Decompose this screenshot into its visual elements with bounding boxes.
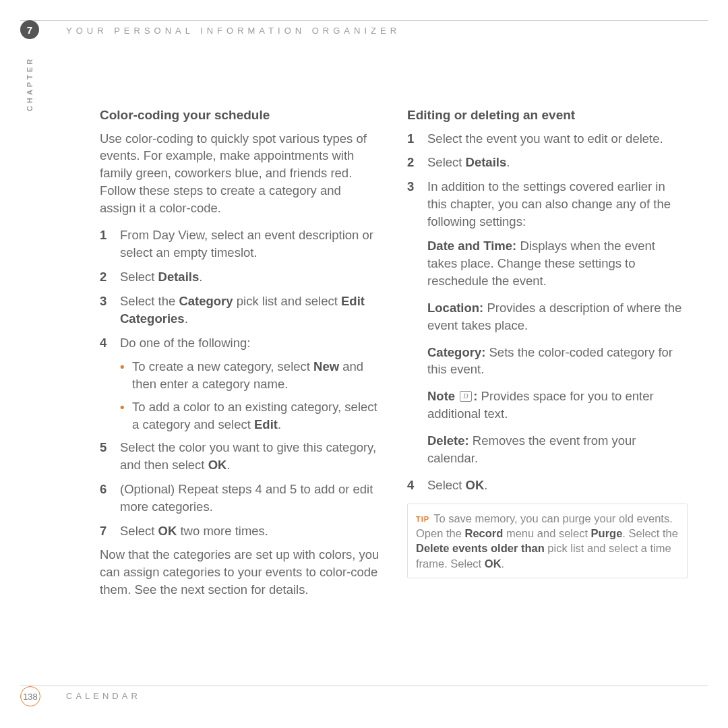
bold-text: OK — [208, 458, 227, 472]
page-body: Color-coding your schedule Use color-cod… — [100, 107, 688, 608]
bullet-icon: • — [120, 398, 132, 433]
list-item: 2 Select Details. — [407, 154, 688, 171]
step-number: 7 — [100, 522, 120, 540]
bullet-text: To create a new category, select New and… — [132, 358, 380, 393]
setting-label: Delete: — [427, 433, 469, 448]
step-text: (Optional) Repeat steps 4 and 5 to add o… — [120, 481, 380, 516]
setting-delete: Delete: Removes the event from your cale… — [427, 432, 688, 467]
top-rule — [20, 20, 708, 21]
right-heading: Editing or deleting an event — [407, 107, 688, 125]
step-number: 3 — [407, 178, 427, 231]
list-item: 5 Select the color you want to give this… — [100, 439, 380, 474]
bullet-text: To add a color to an existing category, … — [132, 398, 380, 433]
list-item: 7 Select OK two more times. — [100, 522, 380, 540]
text: To create a new category, select — [132, 359, 313, 373]
step-number: 5 — [100, 439, 120, 474]
page-number: 138 — [20, 686, 40, 706]
text: . — [506, 155, 510, 169]
text: . — [278, 417, 281, 431]
setting-label: Location: — [427, 301, 483, 315]
list-item: • To create a new category, select New a… — [120, 358, 380, 393]
step-number: 1 — [100, 226, 120, 262]
text: Select the — [120, 294, 179, 308]
text: . — [226, 458, 230, 472]
list-item: • To add a color to an existing category… — [120, 398, 380, 433]
bold-text: OK — [485, 557, 502, 570]
setting-date-time: Date and Time: Displays when the event t… — [427, 237, 688, 290]
tip-box: TIPTo save memory, you can purge your ol… — [407, 504, 688, 578]
bold-text: Edit — [254, 417, 278, 431]
bold-text: OK — [158, 524, 177, 538]
left-outro: Now that the categories are set up with … — [100, 546, 380, 599]
tip-text: menu and select — [503, 527, 590, 539]
setting-label: Category: — [427, 345, 485, 359]
list-item: 3 Select the Category pick list and sele… — [100, 293, 380, 328]
step-number: 6 — [100, 481, 120, 516]
step-text: Select the Category pick list and select… — [120, 293, 380, 328]
step-text: Do one of the following: — [120, 334, 380, 352]
text: . — [484, 478, 487, 492]
step-number: 4 — [407, 477, 427, 494]
list-item: 4 Do one of the following: — [100, 334, 380, 352]
footer-section-label: CALENDAR — [66, 691, 141, 701]
bold-text: New — [313, 359, 339, 373]
left-steps: 1 From Day View, select an event descrip… — [100, 226, 380, 351]
setting-location: Location: Provides a description of wher… — [427, 299, 688, 334]
bold-text: OK — [466, 478, 485, 492]
step-number: 2 — [100, 268, 120, 286]
list-item: 1 Select the event you want to edit or d… — [407, 130, 688, 148]
step-text: Select OK. — [427, 477, 688, 494]
text: Select — [120, 524, 158, 538]
left-column: Color-coding your schedule Use color-cod… — [100, 107, 380, 608]
bold-text: Delete events older than — [416, 542, 545, 554]
step-number: 4 — [100, 334, 120, 352]
bold-text: Record — [464, 527, 503, 539]
list-item: 2 Select Details. — [100, 268, 380, 286]
text: Select — [120, 270, 158, 284]
chapter-number-badge: 7 — [20, 20, 39, 39]
step-number: 1 — [407, 130, 427, 148]
bullet-icon: • — [120, 358, 132, 393]
step-number: 3 — [100, 293, 120, 328]
text: Select — [427, 155, 466, 169]
step-text: From Day View, select an event descripti… — [120, 226, 380, 262]
left-intro: Use color-coding to quickly spot various… — [100, 130, 380, 217]
left-bullets: • To create a new category, select New a… — [120, 358, 380, 433]
right-column: Editing or deleting an event 1 Select th… — [407, 107, 688, 608]
bold-text: Purge — [591, 527, 623, 539]
list-item: 1 From Day View, select an event descrip… — [100, 226, 380, 262]
bold-text: Details — [466, 155, 507, 169]
note-icon — [460, 391, 472, 402]
text: pick list and select — [233, 294, 341, 308]
chapter-title: YOUR PERSONAL INFORMATION ORGANIZER — [66, 26, 400, 36]
list-item: 4 Select OK. — [407, 477, 688, 494]
bold-text: Category — [179, 294, 233, 308]
text: Select the color you want to give this c… — [120, 440, 376, 472]
setting-note: Note : Provides space for you to enter a… — [427, 388, 688, 423]
left-heading: Color-coding your schedule — [100, 107, 380, 125]
step-text: Select the color you want to give this c… — [120, 439, 380, 474]
setting-category: Category: Sets the color-coded category … — [427, 344, 688, 379]
step-text: Select OK two more times. — [120, 522, 380, 540]
chapter-side-label: CHAPTER — [26, 57, 34, 111]
bold-text: Details — [158, 270, 200, 284]
list-item: 6 (Optional) Repeat steps 4 and 5 to add… — [100, 481, 380, 516]
text: two more times. — [177, 524, 268, 538]
list-item: 3 In addition to the settings covered ea… — [407, 178, 688, 231]
step-number: 2 — [407, 154, 427, 171]
text: Select — [427, 478, 466, 492]
text: . — [199, 270, 202, 284]
step-text: Select Details. — [427, 154, 688, 171]
tip-text: . — [502, 557, 505, 570]
text: . — [185, 311, 188, 326]
tip-label: TIP — [416, 515, 429, 523]
tip-text: . Select the — [622, 527, 678, 539]
footer-rule — [20, 686, 708, 686]
left-steps-continued: 5 Select the color you want to give this… — [100, 439, 380, 539]
right-steps-continued: 4 Select OK. — [407, 477, 688, 494]
setting-label: Date and Time: — [427, 239, 516, 253]
step-text: In addition to the settings covered earl… — [427, 178, 688, 231]
step-text: Select Details. — [120, 268, 380, 286]
right-steps: 1 Select the event you want to edit or d… — [407, 130, 688, 231]
step-text: Select the event you want to edit or del… — [427, 130, 688, 148]
